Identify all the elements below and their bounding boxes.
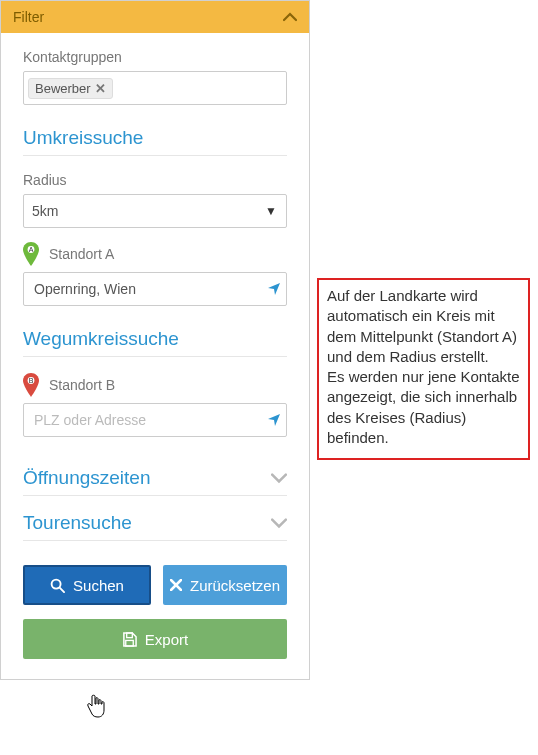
svg-text:A: A [29,246,34,253]
section-umkreissuche-title: Umkreissuche [23,127,287,149]
standort-b-input-wrap [23,403,287,437]
info-line-1: Auf der Landkarte wird automatisch ein K… [327,286,520,367]
tag-label: Bewerber [35,81,91,96]
divider [23,540,287,541]
oeffnungszeiten-title: Öffnungszeiten [23,467,150,489]
info-line-2: Es werden nur jene Kontakte angezeigt, d… [327,367,520,448]
section-tourensuche[interactable]: Tourensuche [23,512,287,534]
radius-select[interactable]: 5km [23,194,287,228]
search-icon [50,578,65,593]
save-icon [122,632,137,647]
contact-group-tag: Bewerber ✕ [28,78,113,99]
standort-b-input[interactable] [23,403,287,437]
svg-line-5 [60,587,64,591]
cursor-pointer-icon [86,694,106,718]
locate-icon[interactable] [267,413,281,427]
close-icon [170,579,182,591]
marker-a-icon: A [23,242,39,266]
divider [23,495,287,496]
divider [23,356,287,357]
standort-a-label: Standort A [49,246,114,262]
divider [23,155,287,156]
search-button-label: Suchen [73,577,124,594]
info-callout: Auf der Landkarte wird automatisch ein K… [317,278,530,460]
section-wegumkreissuche-title: Wegumkreissuche [23,328,287,350]
svg-rect-9 [126,640,134,646]
filter-sidebar: Filter Kontaktgruppen Bewerber ✕ Umkreis… [0,0,310,680]
filter-header-title: Filter [13,9,44,25]
button-row: Suchen Zurücksetzen [23,565,287,605]
chevron-down-icon [271,517,287,529]
standort-b-row: B Standort B [23,373,287,397]
standort-b-label: Standort B [49,377,115,393]
filter-header[interactable]: Filter [1,1,309,33]
contact-groups-input[interactable]: Bewerber ✕ [23,71,287,105]
reset-button[interactable]: Zurücksetzen [163,565,287,605]
collapse-icon[interactable] [283,11,297,23]
marker-b-icon: B [23,373,39,397]
radius-label: Radius [23,172,287,188]
export-button[interactable]: Export [23,619,287,659]
locate-icon[interactable] [267,282,281,296]
standort-a-input[interactable] [23,272,287,306]
standort-a-input-wrap [23,272,287,306]
contact-groups-label: Kontaktgruppen [23,49,287,65]
reset-button-label: Zurücksetzen [190,577,280,594]
radius-select-wrap: 5km ▼ [23,194,287,228]
standort-a-row: A Standort A [23,242,287,266]
chevron-down-icon [271,472,287,484]
filter-body: Kontaktgruppen Bewerber ✕ Umkreissuche R… [1,33,309,679]
svg-text:B: B [29,377,34,384]
section-oeffnungszeiten[interactable]: Öffnungszeiten [23,467,287,489]
tourensuche-title: Tourensuche [23,512,132,534]
search-button[interactable]: Suchen [23,565,151,605]
export-button-label: Export [145,631,188,648]
tag-remove-icon[interactable]: ✕ [95,81,106,96]
